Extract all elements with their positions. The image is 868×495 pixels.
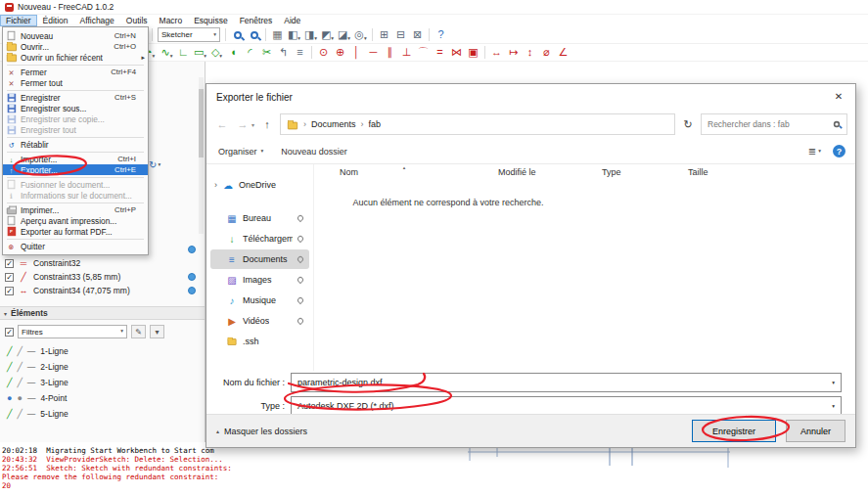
filename-combobox[interactable]: ▾ [291,373,842,392]
scrollbar-thumb[interactable] [199,89,204,158]
filter-checkbox[interactable]: ✓ [5,328,14,337]
constraint-perpendicular-icon[interactable]: ⊥ [398,44,415,61]
file-menu-item-enregistrer-une-copie[interactable]: Enregistrer une copie... [3,113,148,124]
constraint-checkbox[interactable]: ✓ [5,273,14,282]
constraint-horizontal-icon[interactable]: ─ [365,44,382,61]
external-geometry-icon[interactable]: ↰ [275,44,292,61]
element-row[interactable]: ╱╱—1-Ligne [0,343,205,359]
back-button[interactable]: ← [214,118,230,130]
sidebar-item-ssh[interactable]: .ssh [210,332,309,351]
constraint-symmetric-icon[interactable]: ⋈ [448,44,465,61]
file-menu-item-retablir[interactable]: ↺Rétablir [3,139,148,150]
view-right-icon[interactable]: ◪▾ [336,26,352,43]
file-menu-item-exporter-au-format-pdf[interactable]: Exporter au format PDF... [3,226,148,237]
elements-section-header[interactable]: ▾ Éléments [0,306,205,320]
menubar-esquisse[interactable]: Esquisse [188,15,234,26]
column-header-modifie-le[interactable]: Modifié le [498,167,602,177]
file-menu-item-ouvrir-un-fichier-recent[interactable]: Ouvrir un fichier récent▸ [3,52,148,63]
create-rectangle-icon[interactable]: ▭▾ [192,44,208,61]
file-menu-item-enregistrer-tout[interactable]: Enregistrer tout [3,124,148,135]
organize-button[interactable]: Organiser ▾ [218,147,263,157]
view-front-icon[interactable]: ◨▾ [302,26,319,43]
filename-input[interactable] [297,378,823,387]
create-polygon-icon[interactable]: ◇▾ [208,44,225,61]
file-menu-item-fermer-tout[interactable]: ✕Fermer tout [3,77,148,88]
constraint-row[interactable]: ✓═Constraint32 [0,256,198,270]
panel-scrollbar[interactable] [199,77,204,234]
menubar-outils[interactable]: Outils [120,15,154,26]
constraint-row[interactable]: ✓↔Constraint34 (47,075 mm) [0,284,198,297]
element-row[interactable]: ╱╱—2-Ligne [0,359,205,375]
search-box[interactable]: Rechercher dans : fab [701,113,847,135]
create-polyline-icon[interactable]: ∟ [175,44,192,61]
column-header-type[interactable]: Type [602,167,688,177]
hide-folders-button[interactable]: ▴ Masquer les dossiers [216,427,307,436]
constraint-checkbox[interactable]: ✓ [5,259,14,268]
dimension-radius-icon[interactable]: ⌀ [538,44,555,61]
constraint-equal-icon[interactable]: = [432,44,448,61]
sidebar-item-videos[interactable]: ▶Vidéos [210,311,309,331]
create-bspline-icon[interactable]: ∿▾ [159,44,175,61]
file-menu-item-nouveau[interactable]: NouveauCtrl+N [3,30,148,41]
sidebar-item-bureau[interactable]: ▦Bureau [210,208,309,228]
constraint-parallel-icon[interactable]: ∥ [382,44,398,61]
dimension-vertical-icon[interactable]: ↕ [522,44,538,61]
view-top-icon[interactable]: ◩▾ [319,26,336,43]
cancel-button[interactable]: Annuler [786,420,845,442]
file-menu-item-enregistrer-sous[interactable]: Enregistrer sous... [3,103,148,113]
filetype-select[interactable]: Autodesk DXF 2D (*.dxf) ▾ [291,396,842,416]
breadcrumb-documents[interactable]: Documents [311,119,356,129]
up-button[interactable]: ↑ [259,118,275,130]
clipping-plane-icon[interactable]: ⊟ [392,26,409,43]
zoom-fit-icon[interactable] [229,26,246,43]
sidebar-item-onedrive[interactable]: ›☁OneDrive [210,175,309,195]
save-button[interactable]: Enregistrer [692,420,776,442]
close-button[interactable]: ✕ [822,84,855,109]
help-icon[interactable]: ? [833,145,845,158]
filter-dropdown[interactable]: Filtres ▾ [18,325,127,338]
menubar-affichage[interactable]: Affichage [74,15,120,26]
box-select-icon[interactable]: ▦ [269,26,286,43]
constraint-row[interactable]: ✓╱Constraint33 (5,85 mm) [0,270,198,284]
menubar-edition[interactable]: Édition [37,15,74,26]
column-header-nom[interactable]: Nom▴ [340,167,498,177]
title-bar[interactable]: Nouveau - FreeCAD 1.0.2 [0,0,868,15]
breadcrumb-fab[interactable]: fab [369,119,382,129]
create-slot-icon[interactable]: ◖ [225,44,242,61]
dimension-distance-icon[interactable]: ↔ [488,44,505,61]
create-fillet-icon[interactable]: ◜ [242,44,258,61]
texture-icon[interactable]: ⊠ [409,26,426,43]
column-header-taille[interactable]: Taille [688,167,747,177]
view-options-button[interactable]: ≣ ▾ [808,146,821,157]
element-row[interactable]: ●●—4-Point [0,390,205,406]
constraint-tangent-icon[interactable]: ⌒ [415,44,432,61]
sidebar-item-musique[interactable]: ♪Musique [210,291,309,310]
file-menu-item-enregistrer[interactable]: EnregistrerCtrl+S [3,92,148,103]
menubar-fichier[interactable]: Fichier [0,15,37,26]
address-bar[interactable]: › Documents › fab [280,113,675,135]
file-menu-item-apercu-avant-impression[interactable]: Aperçu avant impression... [3,215,148,226]
menubar-aide[interactable]: Aide [278,15,306,26]
constraint-block-icon[interactable]: ▣ [465,44,481,61]
panel-refresh-button[interactable]: ↻ ▾ [149,159,160,170]
measure-icon[interactable]: ⊞ [376,26,392,43]
new-folder-button[interactable]: Nouveau dossier [281,147,347,157]
refresh-button[interactable]: ↻ [680,118,696,131]
file-menu-item-fermer[interactable]: ✕FermerCtrl+F4 [3,67,148,77]
constraint-point-on-object-icon[interactable]: ⊕ [332,44,348,61]
file-menu-item-fusionner-le-document[interactable]: Fusionner le document... [3,179,148,190]
dialog-title-bar[interactable]: Exporter le fichier ✕ [206,84,855,110]
constraint-coincident-icon[interactable]: ⊙ [315,44,332,61]
sidebar-item-documents[interactable]: ≡Documents [210,249,309,269]
constraint-checkbox[interactable]: ✓ [5,287,14,295]
forward-button[interactable]: → [235,118,251,130]
menubar-fenetres[interactable]: Fenêtres [234,15,279,26]
dimension-angle-icon[interactable]: ∠ [555,44,571,61]
workbench-selector[interactable]: Sketcher▾ [158,27,220,42]
whats-this-icon[interactable]: ? [433,26,449,43]
file-menu-item-ouvrir[interactable]: Ouvrir...Ctrl+O [3,41,148,52]
menubar-macro[interactable]: Macro [154,15,189,26]
file-menu-item-exporter[interactable]: ↑Exporter...Ctrl+E [3,164,148,175]
file-menu-item-informations-sur-le-document[interactable]: ℹInformations sur le document... [3,190,148,201]
carbon-copy-icon[interactable]: ≡ [292,44,308,61]
